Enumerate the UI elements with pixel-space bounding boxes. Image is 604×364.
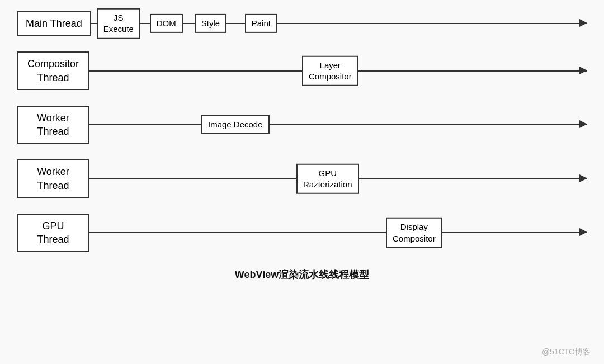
thread-line-worker1: Image Decode (89, 124, 587, 125)
thread-label-worker2: WorkerThread (17, 159, 89, 198)
thread-line-container-compositor: LayerCompositor (89, 60, 587, 82)
task-box-gpu-razterization: GPURazterization (296, 164, 359, 195)
thread-row-worker2: WorkerThreadGPURazterization (17, 159, 587, 198)
thread-line-worker2: GPURazterization (89, 178, 587, 179)
thread-line-container-gpu: DisplayCompositor (89, 221, 587, 244)
thread-line-gpu: DisplayCompositor (89, 232, 587, 233)
thread-label-main: Main Thread (17, 11, 91, 36)
task-box-display-compositor: DisplayCompositor (386, 218, 442, 248)
thread-row-compositor: CompositorThreadLayerCompositor (17, 51, 587, 90)
thread-line-main: JSExecuteDOMStylePaint (91, 23, 587, 24)
thread-label-worker1: WorkerThread (17, 106, 89, 144)
task-box-style: Style (195, 14, 226, 33)
watermark: @51CTO博客 (542, 347, 591, 357)
thread-line-container-main: JSExecuteDOMStylePaint (91, 12, 587, 35)
task-box-layer-compositor: LayerCompositor (302, 55, 358, 86)
task-box-paint: Paint (245, 14, 277, 33)
thread-label-gpu: GPUThread (17, 214, 89, 252)
thread-line-compositor: LayerCompositor (89, 70, 587, 72)
thread-line-container-worker1: Image Decode (89, 114, 587, 136)
thread-row-worker1: WorkerThreadImage Decode (17, 106, 587, 144)
thread-row-gpu: GPUThreadDisplayCompositor (17, 214, 587, 252)
task-box-js-execute: JSExecute (97, 8, 140, 39)
caption: WebView渲染流水线线程模型 (17, 268, 587, 281)
thread-row-main: Main ThreadJSExecuteDOMStylePaint (17, 11, 587, 36)
thread-line-container-worker2: GPURazterization (89, 168, 587, 190)
diagram-container: Main ThreadJSExecuteDOMStylePaintComposi… (0, 0, 604, 364)
task-box-image-decode: Image Decode (201, 115, 270, 134)
task-box-dom: DOM (150, 14, 183, 33)
thread-label-compositor: CompositorThread (17, 51, 89, 90)
